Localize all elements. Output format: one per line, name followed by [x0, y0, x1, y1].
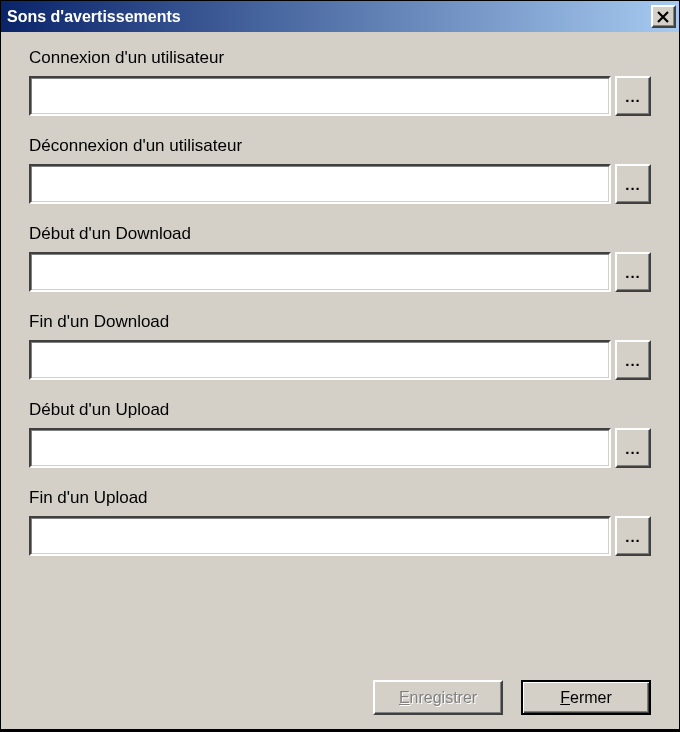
sound-path-input[interactable] [29, 428, 611, 468]
field-row: ... [29, 76, 651, 116]
close-mnemonic: F [560, 689, 570, 706]
browse-button[interactable]: ... [615, 76, 651, 116]
field-upload-start: Début d'un Upload ... [29, 400, 651, 468]
browse-button[interactable]: ... [615, 428, 651, 468]
sound-path-input[interactable] [29, 252, 611, 292]
browse-button[interactable]: ... [615, 516, 651, 556]
close-dialog-button[interactable]: Fermer [521, 680, 651, 715]
close-icon [657, 11, 670, 23]
save-label-rest: nregistrer [410, 689, 478, 706]
window-title: Sons d'avertissements [7, 8, 181, 26]
field-user-connect: Connexion d'un utilisateur ... [29, 48, 651, 116]
field-label: Déconnexion d'un utilisateur [29, 136, 651, 156]
field-user-disconnect: Déconnexion d'un utilisateur ... [29, 136, 651, 204]
field-label: Début d'un Download [29, 224, 651, 244]
sound-path-input[interactable] [29, 340, 611, 380]
field-row: ... [29, 252, 651, 292]
save-button: Enregistrer [373, 680, 503, 715]
field-download-end: Fin d'un Download ... [29, 312, 651, 380]
sound-path-input[interactable] [29, 76, 611, 116]
field-label: Fin d'un Upload [29, 488, 651, 508]
field-row: ... [29, 516, 651, 556]
field-download-start: Début d'un Download ... [29, 224, 651, 292]
sound-path-input[interactable] [29, 164, 611, 204]
field-label: Connexion d'un utilisateur [29, 48, 651, 68]
field-row: ... [29, 340, 651, 380]
browse-button[interactable]: ... [615, 164, 651, 204]
close-label-rest: ermer [570, 689, 612, 706]
button-row: Enregistrer Fermer [373, 680, 651, 715]
browse-button[interactable]: ... [615, 252, 651, 292]
close-button[interactable] [651, 5, 676, 28]
sound-path-input[interactable] [29, 516, 611, 556]
save-mnemonic: E [399, 689, 410, 706]
field-row: ... [29, 164, 651, 204]
field-label: Début d'un Upload [29, 400, 651, 420]
field-label: Fin d'un Download [29, 312, 651, 332]
browse-button[interactable]: ... [615, 340, 651, 380]
field-row: ... [29, 428, 651, 468]
titlebar: Sons d'avertissements [1, 1, 679, 32]
field-upload-end: Fin d'un Upload ... [29, 488, 651, 556]
dialog-window: Sons d'avertissements Connexion d'un uti… [0, 0, 680, 730]
dialog-content: Connexion d'un utilisateur ... Déconnexi… [1, 32, 679, 556]
